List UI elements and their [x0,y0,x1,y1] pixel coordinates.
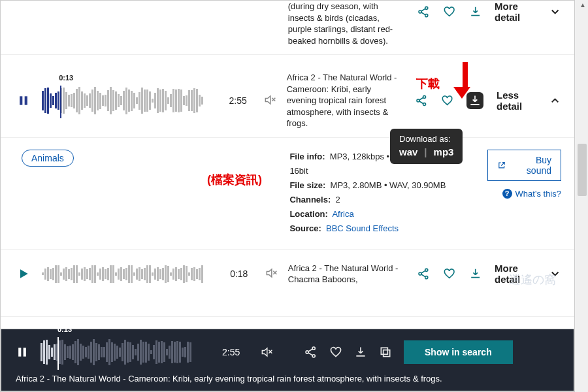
svg-marker-16 [267,269,272,277]
svg-line-4 [421,12,425,15]
heart-icon[interactable] [443,5,455,18]
svg-rect-5 [20,96,22,105]
download-icon[interactable] [469,267,482,280]
svg-line-13 [419,97,423,100]
download-icon[interactable] [469,5,482,18]
download-wav-option[interactable]: wav [399,146,417,157]
svg-line-14 [419,101,423,104]
share-icon[interactable] [417,267,430,280]
svg-line-33 [308,353,313,355]
sound-description: (during dry season, with insects & birds… [288,1,403,46]
heart-icon[interactable] [329,346,342,359]
detail-label: More detail [495,1,545,23]
svg-marker-15 [20,270,28,278]
svg-line-32 [308,349,313,351]
svg-rect-24 [18,348,21,356]
sound-details: Animals File info: MP3, 128kbps • WAV, 4… [1,138,574,250]
annotation-arrow [459,62,470,99]
svg-line-22 [421,271,425,274]
download-mp3-option[interactable]: mp3 [434,146,454,157]
pause-button[interactable] [16,346,29,359]
annotation-download: 下載 [416,76,440,91]
share-icon[interactable] [304,346,318,359]
buy-sound-button[interactable]: Buy sound [487,150,561,181]
mute-icon[interactable] [265,267,278,280]
player-description: Africa 2 - The Natural World - Cameroon:… [16,374,559,384]
watermark: 逍遙の窩 [509,272,556,287]
external-link-icon [497,161,506,170]
sound-card: 0:18 Africa 2 - The Natural World - Chac… [1,249,574,317]
category-tag[interactable]: Animals [22,150,74,167]
source-link[interactable]: BBC Sound Effects [326,223,399,233]
share-icon[interactable] [417,5,430,18]
location-link[interactable]: Africa [332,209,353,219]
chevron-down-icon [549,5,561,18]
heart-icon[interactable] [443,267,455,280]
scrollbar[interactable]: ▲ [576,0,588,392]
play-button[interactable] [17,267,30,280]
mute-icon[interactable] [260,346,273,359]
more-detail-toggle[interactable]: More detail [495,1,561,23]
svg-rect-35 [381,348,387,354]
mute-icon[interactable] [263,93,276,106]
duration: 0:18 [230,269,255,279]
sound-description: Africa 2 - The Natural World - Chacma Ba… [288,263,403,286]
question-icon: ? [502,189,512,199]
download-heading: Download as: [399,134,453,144]
show-in-search-button[interactable]: Show in search [404,340,513,364]
svg-line-23 [421,274,425,277]
scroll-up-arrow[interactable]: ▲ [580,1,586,8]
sound-card-partial: (during dry season, with insects & birds… [1,1,574,55]
detail-label: Less detail [497,90,545,112]
download-popover: Download as: wav | mp3 [390,129,463,164]
sound-card-expanded: 0:13 2:55 Africa 2 - The Natural World -… [1,55,574,138]
time-marker: 0:13 [59,74,73,82]
copy-icon[interactable] [379,346,392,359]
chevron-up-icon [549,94,561,107]
whats-this-link[interactable]: ? What's this? [502,189,561,199]
time-marker: 0:13 [57,325,72,333]
waveform[interactable] [42,257,221,290]
pause-button[interactable] [17,94,30,107]
annotation-fileinfo: (檔案資訊) [207,172,262,188]
sound-description: Africa 2 - The Natural World - Cameroon:… [287,72,401,129]
share-icon[interactable] [416,94,428,107]
svg-rect-6 [24,96,27,105]
duration: 2:55 [222,347,248,357]
svg-rect-25 [24,348,26,356]
download-icon[interactable] [354,346,367,359]
waveform[interactable]: 0:13 [41,336,210,368]
less-detail-toggle[interactable]: Less detail [497,90,561,112]
svg-rect-34 [384,350,390,357]
waveform[interactable]: 0:13 [42,84,220,117]
svg-marker-26 [262,348,267,356]
svg-marker-7 [266,96,271,104]
duration: 2:55 [229,95,254,106]
bottom-player: 0:13 2:55 Show in search Africa 2 - The … [1,329,574,391]
svg-line-3 [421,8,425,11]
heart-icon[interactable] [441,94,453,107]
scroll-thumb[interactable] [578,144,587,196]
